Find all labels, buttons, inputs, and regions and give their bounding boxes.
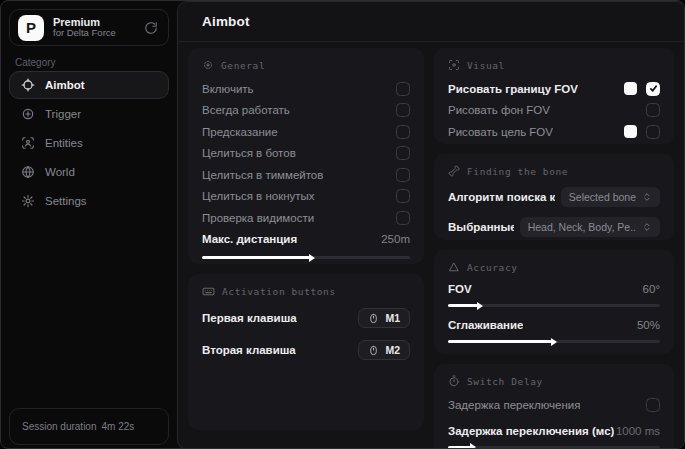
- toggle-label: Целиться в нокнутых: [202, 190, 315, 202]
- switch-delay-slider[interactable]: [448, 446, 660, 449]
- accuracy-panel-title: Accuracy: [467, 262, 518, 273]
- toggle-label: Предсказание: [202, 126, 278, 138]
- sidebar-item-trigger[interactable]: Trigger: [9, 100, 169, 128]
- smoothing-row: Сглаживание 50%: [448, 316, 660, 334]
- fov-target-color-swatch[interactable]: [624, 125, 637, 138]
- trigger-icon: [21, 107, 35, 121]
- second-key-row: Вторая клавиша M2: [202, 337, 410, 363]
- enable-checkbox[interactable]: [396, 82, 410, 96]
- scan-eye-icon: [448, 59, 460, 71]
- fov-target-controls: [624, 125, 660, 139]
- sidebar-item-label: Entities: [45, 137, 83, 149]
- max-distance-label: Макс. дистанция: [202, 233, 297, 245]
- target-knocked-checkbox[interactable]: [396, 189, 410, 203]
- sidebar-menu: Aimbot Trigger Entities World: [9, 71, 169, 215]
- aimbot-crosshair-icon: [21, 78, 35, 92]
- fov-target-checkbox[interactable]: [646, 125, 660, 139]
- target-bots-checkbox[interactable]: [396, 146, 410, 160]
- app-window: P Premium for Delta Force Category Aimbo…: [0, 0, 685, 449]
- bone-panel-header: Finding the bone: [448, 165, 660, 177]
- sidebar-item-entities[interactable]: Entities: [9, 129, 169, 157]
- chevrons-up-down-icon: [642, 222, 652, 232]
- sidebar-item-aimbot[interactable]: Aimbot: [9, 71, 169, 99]
- sidebar-item-label: Settings: [45, 195, 87, 207]
- second-key-label: Вторая клавиша: [202, 344, 296, 356]
- bone-icon: [448, 165, 460, 177]
- selected-bones-label: Выбранные кос: [448, 221, 514, 233]
- session-duration-text: Session duration4m 22s: [22, 421, 134, 432]
- bone-panel-title: Finding the bone: [467, 166, 568, 177]
- general-panel: General Включить Всегда работать Предска…: [188, 48, 424, 264]
- prediction-checkbox[interactable]: [396, 125, 410, 139]
- sidebar-item-label: Aimbot: [45, 79, 85, 91]
- second-key-button[interactable]: M2: [358, 340, 410, 360]
- general-panel-title: General: [221, 60, 265, 71]
- fov-border-checkbox[interactable]: [646, 82, 660, 96]
- max-distance-value: 250m: [381, 233, 410, 245]
- page-title: Aimbot: [202, 14, 250, 29]
- bone-algorithm-label: Алгоритм поиска кост: [448, 191, 555, 203]
- smoothing-slider[interactable]: [448, 340, 660, 343]
- switch-delay-checkbox[interactable]: [646, 398, 660, 412]
- bone-algorithm-select[interactable]: Selected bone: [561, 187, 660, 207]
- entities-icon: [21, 136, 35, 150]
- finding-bone-panel: Finding the bone Алгоритм поиска кост Se…: [434, 154, 674, 240]
- crosshair-icon: [202, 59, 214, 71]
- target-teammates-checkbox[interactable]: [396, 168, 410, 182]
- fov-border-label: Рисовать границу FOV: [448, 83, 578, 95]
- fov-background-label: Рисовать фон FOV: [448, 104, 550, 116]
- visibility-check-checkbox[interactable]: [396, 211, 410, 225]
- session-duration-label: Session duration: [22, 421, 97, 432]
- check-icon: [649, 84, 658, 93]
- fov-slider[interactable]: [448, 304, 660, 307]
- toggle-row-enable: Включить: [202, 78, 410, 100]
- triangle-icon: [448, 261, 460, 273]
- fov-border-controls: [624, 82, 660, 96]
- always-work-checkbox[interactable]: [396, 103, 410, 117]
- switch-delay-ms-label: Задержка переключения (мс): [448, 425, 614, 437]
- premium-card: P Premium for Delta Force: [9, 9, 169, 46]
- fov-value: 60°: [643, 283, 660, 295]
- slider-fill[interactable]: [448, 446, 471, 449]
- fov-target-label: Рисовать цель FOV: [448, 126, 553, 138]
- fov-slider-block: FOV 60°: [448, 280, 660, 307]
- switch-delay-panel-header: Switch Delay: [448, 375, 660, 387]
- toggle-label: Проверка видимости: [202, 212, 314, 224]
- sidebar-item-settings[interactable]: Settings: [9, 187, 169, 215]
- premium-subtitle: for Delta Force: [53, 28, 144, 39]
- selected-bones-row: Выбранные кос Head, Neck, Body, Pe..: [448, 214, 660, 240]
- sidebar-item-label: Trigger: [45, 108, 81, 120]
- switch-delay-ms-value: 1000 ms: [616, 425, 660, 437]
- switch-delay-toggle-row: Задержка переключения: [448, 394, 660, 416]
- toggle-row-target-teammates: Целиться в тиммейтов: [202, 164, 410, 186]
- toggle-row-prediction: Предсказание: [202, 121, 410, 143]
- slider-fill[interactable]: [448, 340, 552, 343]
- switch-delay-toggle-label: Задержка переключения: [448, 399, 580, 411]
- slider-fill[interactable]: [202, 256, 310, 259]
- selected-bones-select[interactable]: Head, Neck, Body, Pe..: [520, 217, 660, 237]
- keyboard-icon: [202, 285, 215, 298]
- fov-border-color-swatch[interactable]: [624, 82, 637, 95]
- accuracy-panel: Accuracy FOV 60° Сглаживание 50%: [434, 250, 674, 354]
- activation-buttons-panel: Activation buttons Первая клавиша M1 Вто…: [188, 274, 424, 430]
- fov-background-checkbox[interactable]: [646, 103, 660, 117]
- main-panel: Aimbot General Включить Всегда работать …: [177, 1, 685, 449]
- refresh-icon[interactable]: [144, 21, 158, 35]
- premium-logo: P: [18, 15, 44, 41]
- selected-bones-value: Head, Neck, Body, Pe..: [528, 221, 636, 233]
- world-globe-icon: [21, 165, 35, 179]
- sidebar-item-world[interactable]: World: [9, 158, 169, 186]
- toggle-label: Включить: [202, 83, 254, 95]
- slider-fill[interactable]: [448, 304, 478, 307]
- settings-gear-icon: [21, 194, 35, 208]
- category-label: Category: [15, 57, 56, 68]
- session-duration-value: 4m 22s: [102, 421, 135, 432]
- first-key-button[interactable]: M1: [358, 308, 410, 328]
- max-distance-slider[interactable]: [202, 256, 410, 259]
- smoothing-value: 50%: [637, 319, 660, 331]
- activation-panel-header: Activation buttons: [202, 285, 410, 298]
- fov-target-row: Рисовать цель FOV: [448, 121, 660, 143]
- visual-panel: Visual Рисовать границу FOV Рисовать фон…: [434, 48, 674, 144]
- toggle-label: Целиться в ботов: [202, 147, 296, 159]
- premium-meta: Premium for Delta Force: [53, 16, 144, 40]
